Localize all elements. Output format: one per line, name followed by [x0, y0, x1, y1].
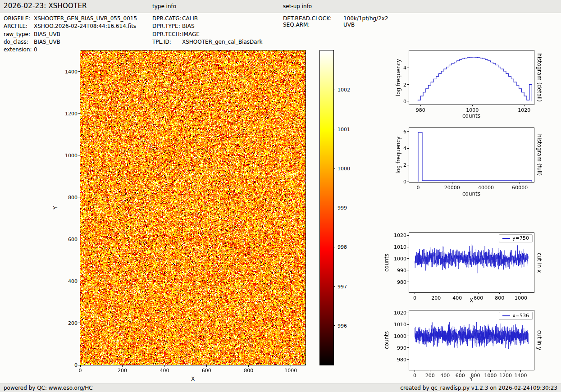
tick-label: 800 — [470, 373, 480, 378]
tick-mark — [472, 105, 473, 106]
tick-mark — [407, 182, 409, 182]
tick-label: 200 — [425, 373, 435, 378]
det-read-clock-value: 100k/1pt/hg/2x2 — [343, 15, 388, 22]
tick-label: 1001 — [338, 126, 350, 132]
tick-label: 400 — [440, 373, 450, 378]
tick-mark — [78, 281, 80, 281]
tick-label: 999 — [338, 205, 347, 211]
tick-label: 6 — [390, 128, 406, 134]
tick-mark — [407, 359, 409, 360]
tick-mark — [407, 313, 409, 313]
tick-mark — [334, 90, 335, 90]
extension-value: 0 — [34, 46, 37, 53]
tick-label: 1000 — [61, 152, 78, 158]
tpl-id-value: XSHOOTER_gen_cal_BiasDark — [182, 39, 263, 45]
histogram-detail-canvas — [409, 50, 534, 105]
tick-mark — [78, 323, 80, 323]
dpr-catg-label: DPR.CATG: — [152, 15, 182, 22]
tick-label: 1010 — [390, 322, 406, 328]
tick-label: 980 — [416, 107, 425, 113]
tick-label: 1000 — [390, 255, 406, 261]
cut-y-ylabel: counts — [383, 331, 390, 349]
tick-mark — [430, 370, 430, 372]
tick-label: 1020 — [390, 232, 406, 238]
tick-mark — [415, 293, 415, 294]
tick-mark — [457, 293, 457, 294]
tick-label: 40000 — [478, 185, 494, 191]
tick-label: 400 — [160, 368, 169, 374]
tick-mark — [407, 347, 409, 348]
tick-mark — [206, 365, 207, 367]
tick-mark — [460, 370, 461, 372]
tick-mark — [490, 370, 491, 372]
type-info-heading: type info — [152, 3, 176, 9]
tpl-id-label: TPL.ID: — [152, 39, 171, 45]
tick-mark — [486, 182, 486, 184]
tick-mark — [452, 182, 452, 184]
tick-label: 1000 — [338, 165, 350, 171]
legend-label-x536: x=536 — [512, 313, 529, 319]
dpr-catg-value: CALIB — [182, 15, 198, 22]
tick-label: 1200 — [61, 110, 78, 116]
raw-type-label: raw_type: — [4, 31, 30, 37]
tick-label: 200 — [61, 320, 78, 326]
tick-label: 1010 — [390, 244, 406, 250]
origfile-value: XSHOOTER_GEN_BIAS_UVB_055_0015 — [34, 15, 137, 22]
tick-mark — [407, 270, 409, 270]
tick-label: 600 — [202, 368, 211, 374]
tick-mark — [436, 293, 436, 294]
tick-mark — [520, 182, 520, 184]
tick-mark — [80, 365, 81, 367]
tick-label: 0 — [413, 373, 416, 378]
tick-mark — [520, 293, 521, 294]
tick-mark — [407, 282, 409, 282]
tick-mark — [291, 365, 291, 367]
legend-line-icon — [502, 238, 510, 239]
page-title: 2026-02-23: XSHOOTER — [4, 2, 87, 10]
tick-mark — [407, 84, 409, 85]
dpr-type-value: BIAS — [182, 23, 195, 29]
tick-label: 1400 — [515, 373, 527, 378]
tick-mark — [334, 247, 335, 247]
tick-label: 0 — [413, 295, 416, 301]
tick-mark — [334, 168, 335, 169]
tick-label: 1000 — [484, 373, 497, 378]
cut-y-side-label: cut in y — [536, 330, 543, 351]
tick-mark — [520, 370, 521, 372]
tick-mark — [478, 293, 479, 294]
tick-mark — [407, 68, 409, 68]
tick-label: 996 — [338, 323, 347, 328]
footer-created-by: created by qc_rawdisp.py v1.2.3 on 2026-… — [400, 385, 557, 391]
hist-full-xlabel: counts — [462, 191, 480, 197]
tick-mark — [415, 370, 415, 372]
tick-label: 2 — [390, 162, 406, 168]
tick-mark — [407, 148, 409, 149]
tick-label: 1400 — [61, 68, 78, 74]
tick-mark — [407, 324, 409, 325]
tick-mark — [334, 208, 335, 208]
colorbar-canvas — [320, 50, 333, 365]
tick-label: 60000 — [512, 185, 528, 191]
header-bar: 2026-02-23: XSHOOTER type info set-up in… — [0, 0, 561, 13]
legend-line-icon — [502, 315, 510, 316]
footer-powered-by-link[interactable]: powered by QC: www.eso.org/HC — [4, 385, 93, 391]
tick-label: 1200 — [499, 373, 512, 378]
tick-label: 980 — [390, 279, 406, 285]
tick-mark — [334, 325, 335, 326]
footer-bar: powered by QC: www.eso.org/HC created by… — [0, 383, 561, 392]
setup-info-heading: set-up info — [283, 3, 312, 9]
tick-label: 998 — [338, 244, 347, 250]
tick-label: 20000 — [444, 185, 460, 191]
tick-label: 600 — [61, 236, 78, 242]
tick-mark — [78, 113, 80, 114]
tick-mark — [78, 71, 80, 72]
tick-mark — [407, 247, 409, 247]
tick-mark — [445, 370, 445, 372]
tick-mark — [407, 235, 409, 236]
tick-label: 980 — [390, 356, 406, 362]
dpr-type-label: DPR.TYPE: — [152, 23, 180, 29]
legend-label-y750: y=750 — [512, 235, 529, 241]
hist-full-side-label: histogram (full) — [536, 134, 543, 176]
tick-label: 600 — [474, 295, 483, 301]
histogram-full-canvas — [409, 128, 534, 182]
